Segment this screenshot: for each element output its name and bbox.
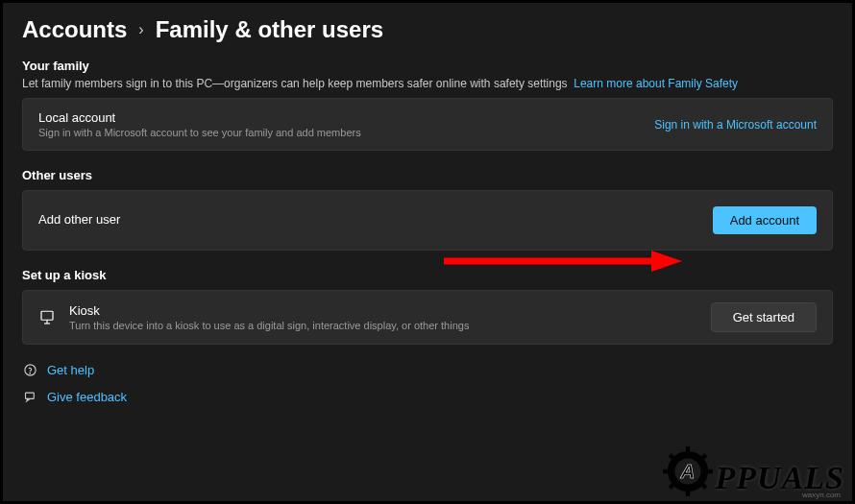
page-title: Family & other users xyxy=(156,16,383,43)
family-desc-text: Let family members sign in to this PC—or… xyxy=(22,77,568,90)
give-feedback-row[interactable]: Give feedback xyxy=(22,389,833,404)
watermark-sub: waxyn.com xyxy=(802,491,841,499)
svg-point-4 xyxy=(29,372,30,373)
kiosk-heading: Set up a kiosk xyxy=(22,268,833,282)
svg-rect-0 xyxy=(41,311,53,320)
svg-text:A: A xyxy=(679,460,695,482)
family-description: Let family members sign in to this PC—or… xyxy=(22,77,833,90)
family-section: Your family Let family members sign in t… xyxy=(22,59,833,151)
help-icon xyxy=(22,362,37,377)
local-account-card: Local account Sign in with a Microsoft a… xyxy=(22,98,833,151)
add-account-button[interactable]: Add account xyxy=(713,206,817,234)
breadcrumb-parent[interactable]: Accounts xyxy=(22,16,127,43)
kiosk-card: Kiosk Turn this device into a kiosk to u… xyxy=(22,290,833,345)
kiosk-section: Set up a kiosk Kiosk Turn this device in… xyxy=(22,268,833,345)
family-safety-link[interactable]: Learn more about Family Safety xyxy=(574,77,738,90)
svg-rect-11 xyxy=(663,469,671,473)
svg-rect-9 xyxy=(685,446,689,454)
local-account-subtitle: Sign in with a Microsoft account to see … xyxy=(38,127,361,138)
gear-letter-icon: A xyxy=(662,445,714,497)
sign-in-microsoft-link[interactable]: Sign in with a Microsoft account xyxy=(654,118,817,132)
kiosk-icon xyxy=(38,309,56,326)
other-users-section: Other users Add other user Add account xyxy=(22,168,833,251)
svg-rect-10 xyxy=(685,489,689,496)
svg-rect-5 xyxy=(25,393,34,398)
family-heading: Your family xyxy=(22,59,833,73)
local-account-title: Local account xyxy=(38,110,361,125)
get-help-link[interactable]: Get help xyxy=(47,363,94,377)
footer-links: Get help Give feedback xyxy=(22,362,833,404)
get-help-row[interactable]: Get help xyxy=(22,362,833,377)
breadcrumb: Accounts › Family & other users xyxy=(22,16,833,43)
svg-rect-12 xyxy=(705,469,713,473)
watermark: A PPUALS xyxy=(662,445,844,497)
get-started-button[interactable]: Get started xyxy=(711,302,817,332)
chevron-right-icon: › xyxy=(138,21,143,38)
add-other-user-card: Add other user Add account xyxy=(22,190,833,251)
kiosk-title: Kiosk xyxy=(69,303,469,318)
other-users-heading: Other users xyxy=(22,168,833,182)
give-feedback-link[interactable]: Give feedback xyxy=(47,390,127,404)
kiosk-subtitle: Turn this device into a kiosk to use as … xyxy=(69,320,469,331)
feedback-icon xyxy=(22,389,37,404)
add-other-user-title: Add other user xyxy=(38,212,120,227)
